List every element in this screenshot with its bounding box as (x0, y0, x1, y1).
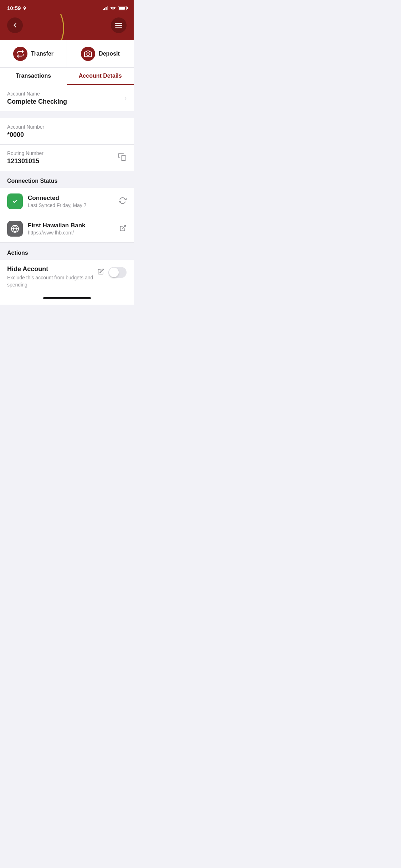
external-link-svg (119, 224, 127, 232)
home-bar (43, 297, 91, 299)
globe-icon (11, 224, 19, 233)
tab-transactions[interactable]: Transactions (0, 68, 67, 85)
sync-icon[interactable] (119, 197, 127, 206)
account-number-label: Account Number (7, 124, 127, 130)
edit-icon[interactable] (98, 268, 104, 277)
time-display: 10:59 (7, 5, 21, 11)
status-bar: 10:59 (0, 0, 134, 14)
copy-icon[interactable] (118, 153, 127, 163)
connected-icon-wrap (7, 193, 23, 209)
home-indicator (0, 294, 134, 305)
connected-subtitle: Last Synced Friday, May 7 (28, 202, 114, 208)
bank-title: First Hawaiian Bank (28, 222, 114, 229)
status-icons (103, 5, 127, 11)
connected-title: Connected (28, 195, 114, 202)
account-name-value: Complete Checking (7, 98, 124, 105)
deposit-button[interactable]: Deposit (67, 40, 134, 67)
transfer-svg (16, 50, 24, 58)
account-number-info: Account Number *0000 (7, 124, 127, 139)
account-name-row[interactable]: Account Name Complete Checking › (0, 85, 134, 111)
external-link-icon[interactable] (119, 224, 127, 233)
status-time: 10:59 (7, 5, 27, 11)
header-nav (7, 17, 127, 33)
tabs: Transactions Account Details (0, 68, 134, 85)
routing-number-info: Routing Number 121301015 (7, 150, 118, 165)
hide-account-controls (98, 267, 127, 278)
routing-number-label: Routing Number (7, 150, 118, 156)
header (0, 14, 134, 40)
account-name-info: Account Name Complete Checking (7, 91, 124, 105)
account-number-row: Account Number *0000 (0, 118, 134, 145)
back-icon (11, 22, 19, 29)
svg-point-3 (87, 53, 89, 55)
actions-section: Hide Account Exclude this account from b… (0, 260, 134, 294)
routing-number-value: 121301015 (7, 157, 118, 165)
wifi-svg (110, 6, 116, 10)
hide-account-title: Hide Account (7, 265, 98, 273)
actions-header: Actions (0, 243, 134, 260)
account-name-chevron: › (124, 94, 127, 102)
bank-icon-wrap (7, 221, 23, 237)
transfer-label: Transfer (31, 51, 53, 57)
deposit-svg (84, 50, 92, 58)
transfer-button[interactable]: Transfer (0, 40, 67, 67)
svg-line-8 (122, 225, 125, 228)
hide-account-text: Hide Account Exclude this account from b… (7, 265, 98, 288)
quick-actions: Transfer Deposit (0, 40, 134, 68)
gap-1 (0, 111, 134, 118)
connected-row: Connected Last Synced Friday, May 7 (0, 188, 134, 215)
svg-rect-4 (121, 156, 126, 160)
hide-account-toggle[interactable] (108, 267, 127, 278)
battery-icon (118, 6, 127, 10)
hide-account-row: Hide Account Exclude this account from b… (0, 260, 134, 294)
account-numbers-section: Account Number *0000 Routing Number 1213… (0, 118, 134, 171)
hide-account-desc: Exclude this account from budgets and sp… (7, 274, 98, 288)
content: Account Name Complete Checking › Account… (0, 85, 134, 305)
bank-url: https://www.fhb.com/ (28, 230, 114, 236)
account-name-label: Account Name (7, 91, 124, 97)
pencil-svg (98, 268, 104, 275)
bank-info: First Hawaiian Bank https://www.fhb.com/ (28, 222, 114, 236)
signal-icon (103, 6, 108, 10)
wifi-icon (110, 5, 116, 11)
account-name-section: Account Name Complete Checking › (0, 85, 134, 111)
checkmark-icon (11, 197, 19, 206)
account-number-value: *0000 (7, 131, 127, 139)
copy-svg (118, 153, 127, 161)
connection-status-header: Connection Status (0, 171, 134, 188)
refresh-svg (119, 197, 127, 205)
transfer-icon (13, 47, 27, 61)
connection-section: Connected Last Synced Friday, May 7 (0, 188, 134, 243)
deposit-icon (81, 47, 95, 61)
location-icon (22, 6, 27, 10)
deposit-label: Deposit (99, 51, 120, 57)
connected-info: Connected Last Synced Friday, May 7 (28, 195, 114, 208)
menu-icon (115, 22, 123, 28)
routing-number-row: Routing Number 121301015 (0, 145, 134, 171)
bank-row: First Hawaiian Bank https://www.fhb.com/ (0, 215, 134, 243)
tab-account-details[interactable]: Account Details (67, 68, 134, 85)
menu-button[interactable] (111, 17, 127, 33)
back-button[interactable] (7, 17, 23, 33)
